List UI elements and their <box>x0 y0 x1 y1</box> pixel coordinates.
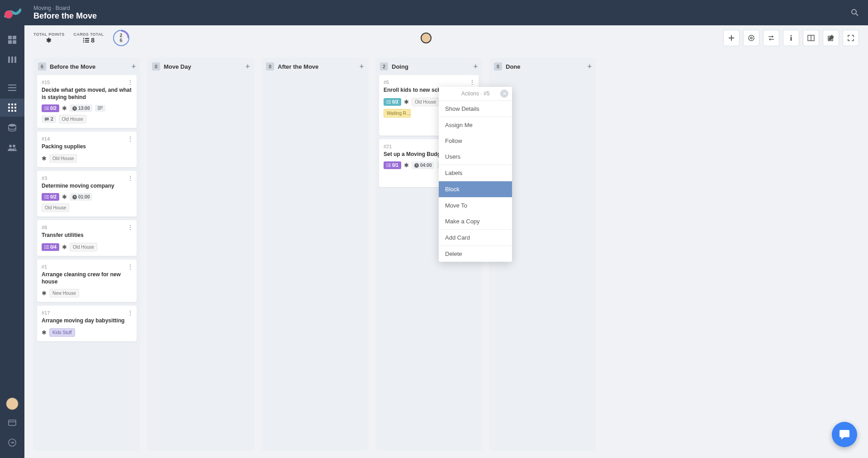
popup-item[interactable]: Assign Me <box>439 117 512 133</box>
popup-item[interactable]: Labels <box>439 165 512 181</box>
board-column: 6 Before the Move + #15 ⋮ Decide what ge… <box>33 58 140 451</box>
card-id: #8 <box>42 225 132 230</box>
rail-dashboard[interactable] <box>0 31 24 49</box>
svg-point-21 <box>9 124 16 127</box>
svg-point-34 <box>83 42 84 42</box>
column-title[interactable]: Doing <box>392 63 470 70</box>
tag-badge[interactable]: Old House <box>42 203 69 212</box>
comments-badge[interactable]: 2 <box>42 115 56 123</box>
svg-point-57 <box>45 197 46 198</box>
svg-point-0 <box>5 10 13 19</box>
card-menu-button[interactable]: ⋮ <box>127 263 133 270</box>
column-add-button[interactable]: + <box>474 62 478 71</box>
breadcrumb[interactable]: Moving · Board <box>33 5 97 11</box>
card-id: #3 <box>42 175 132 181</box>
svg-rect-6 <box>11 57 13 63</box>
popup-item[interactable]: Follow <box>439 133 512 149</box>
rail-data[interactable] <box>0 118 24 137</box>
popup-item[interactable]: Make a Copy <box>439 213 512 229</box>
svg-rect-71 <box>388 102 391 102</box>
tag-badge[interactable]: Old House <box>59 115 86 123</box>
popup-item[interactable]: Add Card <box>439 230 512 246</box>
rail-card-icon[interactable] <box>0 414 24 432</box>
progress-circle[interactable]: 2 6 <box>113 30 129 46</box>
svg-rect-69 <box>388 100 391 101</box>
stat-total-points: TOTAL POINTS ✱ <box>33 32 65 44</box>
app-logo[interactable] <box>3 5 21 23</box>
card-menu-button[interactable]: ⋮ <box>127 309 133 316</box>
popup-item[interactable]: Delete <box>439 246 512 262</box>
svg-rect-3 <box>8 40 12 44</box>
column-add-button[interactable]: + <box>132 62 136 71</box>
card-menu-button[interactable]: ⋮ <box>127 135 133 142</box>
column-add-button[interactable]: + <box>360 62 364 71</box>
rail-team[interactable] <box>0 138 24 156</box>
card-menu-button[interactable]: ⋮ <box>127 224 133 231</box>
svg-rect-20 <box>14 110 16 112</box>
stat-value: 8 <box>91 37 95 44</box>
svg-rect-8 <box>8 85 16 85</box>
card-menu-button[interactable]: ⋮ <box>127 79 133 86</box>
svg-point-45 <box>45 107 46 108</box>
asterisk-icon: ✱ <box>46 37 52 44</box>
svg-rect-73 <box>388 103 391 104</box>
popup-item[interactable]: Move To <box>439 198 512 213</box>
info-button[interactable] <box>783 30 799 46</box>
card[interactable]: #14 ⋮ Packing supplies ✱Old House <box>37 132 137 167</box>
svg-point-64 <box>45 246 46 247</box>
card-menu-button[interactable]: ⋮ <box>469 79 475 86</box>
column-count: 0 <box>494 62 502 71</box>
card-actions-popup: Actions · #5✕Show DetailsAssign MeFollow… <box>439 87 512 262</box>
target-button[interactable] <box>743 30 759 46</box>
svg-point-24 <box>14 148 16 150</box>
search-icon[interactable] <box>851 9 859 17</box>
board-column: 0 After the Move + <box>261 58 368 451</box>
card-id: #5 <box>384 80 474 85</box>
column-title[interactable]: Before the Move <box>50 63 128 70</box>
column-header: 0 Done + <box>489 58 596 75</box>
column-title[interactable]: After the Move <box>278 63 356 70</box>
card[interactable]: #8 ⋮ Transfer utilities 0/4✱Old House <box>37 220 137 256</box>
card-id: #1 <box>42 264 132 269</box>
chat-fab[interactable] <box>832 422 857 447</box>
star-icon: ✱ <box>42 329 47 336</box>
popup-item[interactable]: Users <box>439 149 512 165</box>
popup-item[interactable]: Show Details <box>439 101 512 117</box>
popup-close-button[interactable]: ✕ <box>500 90 508 98</box>
column-add-button[interactable]: + <box>588 62 592 71</box>
card-id: #17 <box>42 310 132 316</box>
rail-list[interactable] <box>0 79 24 97</box>
rail-user-avatar[interactable] <box>6 397 19 410</box>
rail-grid[interactable] <box>0 99 24 117</box>
fullscreen-button[interactable] <box>843 30 859 46</box>
tag-badge[interactable]: Waiting R… <box>384 109 411 118</box>
svg-rect-60 <box>46 198 49 198</box>
column-title[interactable]: Done <box>506 63 584 70</box>
card[interactable]: #15 ⋮ Decide what gets moved, and what i… <box>37 75 137 128</box>
svg-rect-14 <box>8 107 10 109</box>
column-title[interactable]: Move Day <box>164 63 242 70</box>
tag-badge[interactable]: Kids Stuff <box>49 328 75 337</box>
swap-button[interactable] <box>763 30 779 46</box>
time-badge: 01:00 <box>70 193 93 201</box>
card[interactable]: #17 ⋮ Arrange moving day babysitting ✱Ki… <box>37 306 137 341</box>
column-add-button[interactable]: + <box>246 62 250 71</box>
card[interactable]: #1 ⋮ Arrange cleaning crew for new house… <box>37 260 137 302</box>
svg-rect-1 <box>8 36 12 39</box>
popup-item[interactable]: Block <box>439 181 512 197</box>
checklist-icon <box>386 100 391 104</box>
edit-button[interactable] <box>823 30 839 46</box>
page-title: Before the Move <box>33 11 97 21</box>
tag-badge[interactable]: Old House <box>412 98 439 106</box>
layout-button[interactable] <box>803 30 819 46</box>
card[interactable]: #3 ⋮ Determine moving company 0/2✱01:00 … <box>37 171 137 217</box>
rail-logout[interactable] <box>0 434 24 452</box>
card-menu-button[interactable]: ⋮ <box>127 175 133 182</box>
tag-badge[interactable]: New House <box>49 289 79 297</box>
rail-columns[interactable] <box>0 51 24 69</box>
svg-rect-9 <box>8 87 16 88</box>
tag-badge[interactable]: Old House <box>49 154 77 163</box>
tag-badge[interactable]: Old House <box>70 243 97 251</box>
toolbar-avatar[interactable] <box>421 33 432 43</box>
add-button[interactable] <box>723 30 740 46</box>
